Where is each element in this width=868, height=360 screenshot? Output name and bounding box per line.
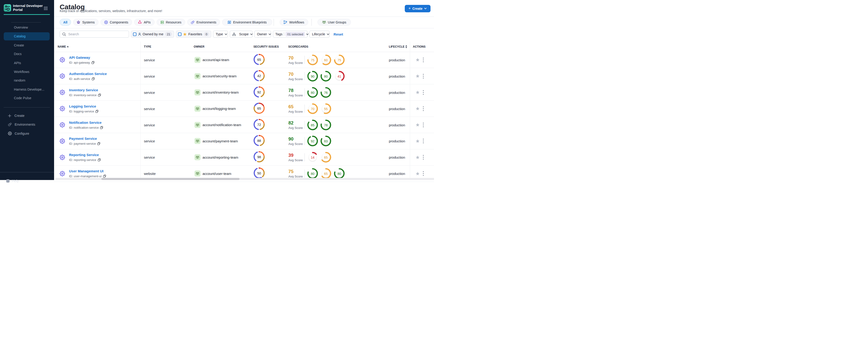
svg-text:70: 70 — [311, 107, 314, 111]
svg-text:76: 76 — [324, 91, 328, 94]
svg-text:92: 92 — [311, 139, 314, 143]
svg-text:14: 14 — [311, 156, 314, 159]
svg-text:85: 85 — [311, 123, 314, 127]
svg-text:72: 72 — [257, 123, 261, 126]
svg-text:78: 78 — [324, 123, 328, 127]
svg-text:41: 41 — [337, 74, 341, 78]
svg-text:65: 65 — [257, 107, 261, 110]
svg-text:65: 65 — [324, 156, 328, 159]
svg-text:80: 80 — [311, 172, 314, 176]
svg-text:A: A — [229, 21, 230, 23]
svg-text:98: 98 — [257, 155, 261, 159]
svg-text:92: 92 — [257, 90, 261, 94]
svg-text:42: 42 — [257, 74, 261, 78]
svg-text:65: 65 — [324, 172, 328, 176]
svg-text:88: 88 — [257, 139, 261, 143]
svg-text:50: 50 — [257, 172, 261, 175]
svg-text:60: 60 — [324, 58, 328, 62]
svg-text:80: 80 — [337, 172, 341, 176]
svg-text:55: 55 — [324, 107, 328, 111]
svg-text:75: 75 — [311, 58, 314, 62]
svg-text:75: 75 — [337, 58, 341, 62]
svg-text:80: 80 — [324, 74, 328, 78]
svg-text:80: 80 — [311, 91, 314, 94]
svg-text:90: 90 — [311, 74, 314, 78]
svg-text:83: 83 — [324, 139, 328, 143]
svg-text:65: 65 — [257, 58, 261, 61]
